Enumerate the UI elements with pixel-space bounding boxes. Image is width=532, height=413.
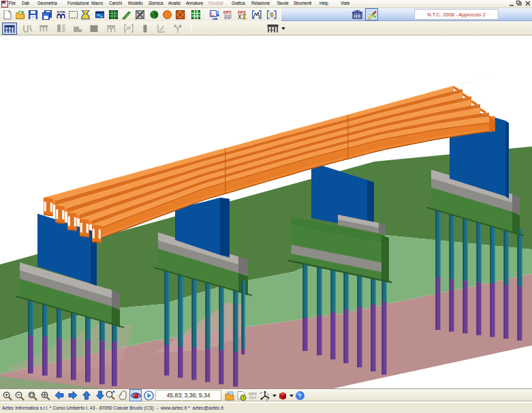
svg-text:NORM: NORM bbox=[57, 10, 65, 14]
svg-text:y: y bbox=[267, 392, 269, 396]
svg-text:x: x bbox=[266, 397, 268, 401]
svg-text:?: ? bbox=[298, 393, 302, 399]
svg-text:DPZ: DPZ bbox=[238, 10, 246, 14]
svg-text:DPZ: DPZ bbox=[223, 10, 232, 14]
svg-text:DPZ: DPZ bbox=[249, 392, 257, 396]
svg-text:z: z bbox=[260, 391, 262, 395]
